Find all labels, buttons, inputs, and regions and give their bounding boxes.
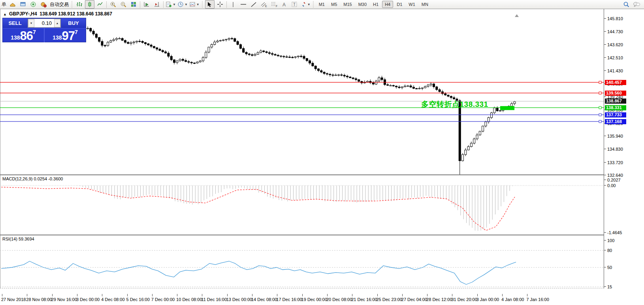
time-axis-tick	[277, 294, 277, 296]
tab-timeframe-mn[interactable]: MN	[419, 1, 431, 8]
templates-icon[interactable]: ▼	[189, 0, 200, 9]
toolbar-drag-handle[interactable]	[201, 1, 203, 8]
bar-chart-type-icon[interactable]	[75, 0, 84, 9]
toolbar-separator	[163, 1, 164, 8]
toolbar-drag-handle[interactable]	[71, 1, 73, 8]
sell-price-figure: 138	[11, 34, 20, 41]
time-axis-tick	[302, 294, 303, 296]
time-axis-tick	[52, 294, 53, 296]
trendline-tool-icon[interactable]	[249, 0, 258, 9]
symbol-period-label: GBPJPY-,H4	[9, 11, 37, 17]
pivot-annotation-text[interactable]: 多空转折点138.331	[421, 99, 488, 110]
time-axis-label: 17 Dec 16:00	[276, 297, 302, 302]
time-axis-tick	[77, 294, 77, 296]
chat-icon[interactable]	[632, 0, 641, 9]
time-axis-label: 13 Dec 00:00	[226, 297, 252, 302]
tab-timeframe-h4[interactable]: H4	[382, 1, 393, 8]
time-axis-label: 14 Dec 08:00	[251, 297, 277, 302]
tab-timeframe-m5[interactable]: M5	[328, 1, 340, 8]
auto-scroll-icon[interactable]	[142, 0, 151, 9]
text-tool-icon[interactable]: A	[280, 0, 289, 9]
tab-timeframe-w1[interactable]: W1	[406, 1, 418, 8]
hline-price-tag[interactable]: 139.560	[605, 91, 626, 96]
autotrade-button[interactable]: 自动交易	[49, 1, 70, 8]
vertical-line-tool-icon[interactable]	[228, 0, 238, 9]
autotrade-icon[interactable]	[39, 0, 48, 9]
text-label-tool-icon[interactable]: T	[290, 0, 299, 9]
cursor-tool-icon[interactable]	[205, 0, 215, 9]
time-axis-label: 3 Dec 00:00	[76, 297, 100, 302]
zoom-in-icon[interactable]	[108, 0, 118, 9]
hline-price-tag[interactable]: 137.168	[605, 119, 626, 124]
buy-price-figure: 138	[53, 34, 62, 41]
rsi-axis-tick: 100	[607, 238, 614, 243]
mt4-window: { "toolbar": { "new_order_label": "单", "…	[0, 0, 644, 305]
candlestick-chart-type-icon[interactable]	[85, 0, 94, 9]
hline-price-tag[interactable]: 138.331	[605, 105, 626, 110]
time-axis-tick	[427, 294, 427, 296]
equidistant-channel-tool-icon[interactable]: E	[259, 0, 269, 9]
sell-price[interactable]: 138 86 7	[3, 28, 45, 42]
trade-panel-collapse-icon[interactable]: ▲	[3, 12, 7, 16]
hline-price-tag[interactable]: 137.733	[605, 112, 626, 117]
fibonacci-tool-icon[interactable]: F	[269, 0, 279, 9]
terminal-window-icon[interactable]	[18, 0, 28, 9]
volume-increase-button[interactable]: ▲	[54, 19, 60, 27]
svg-text:A: A	[282, 2, 286, 8]
time-axis[interactable]: 27 Nov 201828 Nov 08:0029 Nov 16:003 Dec…	[0, 288, 644, 305]
indicators-icon[interactable]: ▼	[165, 0, 176, 9]
buy-button[interactable]: BUY	[61, 18, 86, 28]
time-axis-label: 4 Jan 08:00	[501, 297, 524, 302]
ohlc-values: 138.649 138.912 138.646 138.867	[40, 11, 112, 17]
zoom-out-icon[interactable]	[119, 0, 128, 9]
tab-timeframe-m15[interactable]: M15	[341, 1, 354, 8]
time-axis-tick	[177, 294, 177, 296]
market-watch-icon[interactable]	[28, 0, 38, 9]
rsi-indicator-panel[interactable]	[0, 235, 604, 288]
price-axis-tick: 144.730	[607, 29, 623, 34]
toolbar-drag-handle[interactable]	[313, 1, 314, 8]
time-axis-tick	[377, 294, 378, 296]
time-axis-label: 5 Dec 16:00	[126, 297, 150, 302]
time-axis-label: 7 Dec 00:00	[151, 297, 175, 302]
volume-decrease-button[interactable]: ▼	[28, 19, 34, 27]
buy-price[interactable]: 138 97 7	[45, 28, 86, 42]
line-chart-type-icon[interactable]	[95, 0, 105, 9]
time-axis-tick	[527, 294, 527, 296]
price-axis[interactable]: 145.810144.730143.620142.510141.430140.3…	[604, 9, 644, 305]
crosshair-tool-icon[interactable]	[215, 0, 225, 9]
chart-shift-icon[interactable]	[152, 0, 162, 9]
time-axis-tick	[202, 294, 202, 296]
price-axis-tick: 134.830	[607, 147, 623, 152]
search-icon[interactable]	[621, 0, 631, 9]
tab-timeframe-d1[interactable]: D1	[394, 1, 405, 8]
chart-shift-marker[interactable]	[515, 14, 519, 17]
tab-timeframe-m1[interactable]: M1	[316, 1, 328, 8]
time-axis-label: 4 Dec 08:00	[101, 297, 124, 302]
sell-button[interactable]: SELL	[3, 18, 27, 28]
macd-indicator-panel[interactable]	[0, 175, 604, 235]
horizontal-line-tool-icon[interactable]	[239, 0, 248, 9]
tab-timeframe-m30[interactable]: M30	[356, 1, 369, 8]
time-axis-label: 25 Dec 23:00	[377, 297, 402, 302]
arrows-tool-icon[interactable]: ▼	[300, 0, 311, 9]
tab-timeframe-h1[interactable]: H1	[370, 1, 381, 8]
new-order-icon[interactable]	[8, 0, 17, 9]
chart-title: ▲GBPJPY-,H4 138.649 138.912 138.646 138.…	[3, 11, 112, 17]
volume-input[interactable]: 0.10	[34, 19, 54, 27]
tile-windows-icon[interactable]	[129, 0, 138, 9]
new-order-button[interactable]: 单	[0, 1, 8, 8]
main-price-chart[interactable]	[0, 9, 604, 175]
time-axis-tick	[252, 294, 252, 296]
hline-price-tag[interactable]: 140.457	[605, 80, 626, 85]
price-axis-tick: 133.720	[607, 160, 623, 165]
time-axis-label: 7 Jan 16:00	[526, 297, 549, 302]
macd-label: MACD(12,26,9) 0.0254 -0.3600	[2, 176, 63, 181]
svg-text:E: E	[265, 5, 267, 8]
current-price-tag[interactable]: 138.867	[605, 99, 626, 104]
macd-axis-tick: -1.4645	[607, 230, 622, 235]
macd-axis-tick: 0.2027	[607, 178, 621, 182]
time-axis-tick	[352, 294, 352, 296]
periods-icon[interactable]: ▼	[177, 0, 188, 9]
rsi-axis-tick: 50	[607, 265, 612, 270]
